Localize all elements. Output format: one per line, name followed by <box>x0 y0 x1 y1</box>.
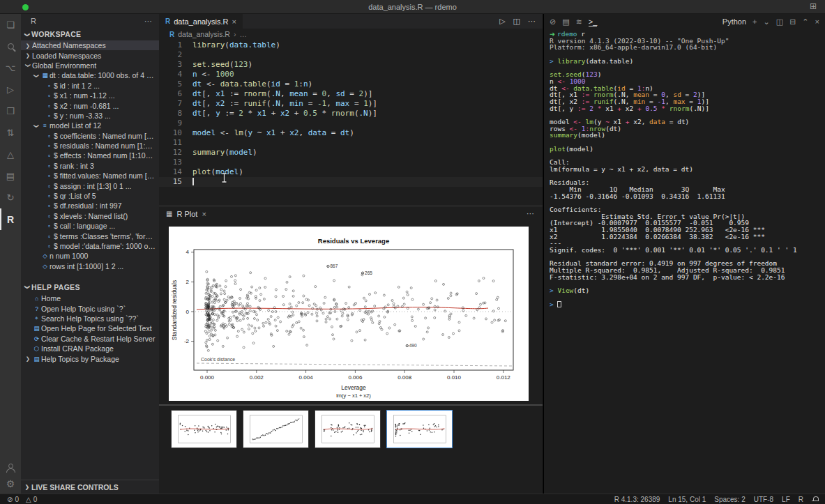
tree-item[interactable]: ▤Open Help Page for Selected Text <box>21 323 159 333</box>
status-indentation[interactable]: Spaces: 2 <box>714 496 745 503</box>
code-line[interactable]: 3set.seed(123) <box>159 60 543 70</box>
code-editor[interactable]: 1library(data.table)23set.seed(123)4n <-… <box>159 40 543 187</box>
workspace-section-header[interactable]: ❯ WORKSPACE <box>21 28 159 40</box>
code-line[interactable]: 8dt[, y := 2 * x1 + x2 + 0.5 * rnorm(.N)… <box>159 109 543 119</box>
tree-item[interactable]: ▫$ id : int 1 2 ... <box>21 81 159 91</box>
tree-item[interactable]: ❯Attached Namespaces <box>21 40 159 50</box>
tree-item[interactable]: ⌂Home <box>21 293 159 303</box>
breadcrumb[interactable]: R data_analysis.R › … <box>159 29 543 40</box>
tree-item[interactable]: ▫$ y : num -3.33 ... <box>21 111 159 121</box>
tree-item[interactable]: ◇n num 1000 <box>21 251 159 261</box>
tree-item[interactable]: ▫$ x1 : num -1.12 ... <box>21 91 159 100</box>
close-panel-icon[interactable]: × <box>815 17 819 26</box>
status-eol[interactable]: LF <box>782 496 790 503</box>
code-line[interactable]: 11 <box>159 138 543 148</box>
close-plot-panel-icon[interactable]: × <box>202 210 206 218</box>
live-share-icon[interactable]: ↻ <box>0 187 21 208</box>
status-warnings[interactable]: △0 <box>26 496 37 503</box>
tree-item[interactable]: ▫$ coefficients : Named num [1:3] -0... <box>21 131 159 141</box>
more-actions-icon[interactable]: ⋯ <box>528 17 536 26</box>
testing-icon[interactable]: △ <box>0 144 21 165</box>
plot-thumbnail-normal-qq[interactable] <box>243 410 309 448</box>
settings-gear-icon[interactable]: ⚙ <box>6 478 15 489</box>
split-editor-icon[interactable]: ◫ <box>513 17 520 26</box>
terminal-output[interactable]: ➜ rdemo rR version 4.1.3 (2022-03-10) --… <box>544 29 825 307</box>
tree-item[interactable]: ▫$ fitted.values: Named num [1:1000... <box>21 171 159 181</box>
extensions-icon[interactable]: ❒ <box>0 100 21 122</box>
code-line[interactable]: 2 <box>159 50 543 60</box>
tree-item[interactable]: ▫$ assign : int [1:3] 0 1 ... <box>21 181 159 190</box>
customize-layout-icon[interactable]: ⊞ <box>810 1 817 11</box>
breadcrumb-file[interactable]: data_analysis.R <box>178 30 230 38</box>
tree-item[interactable]: ❯≡model List of 12 <box>21 121 159 130</box>
tree-item[interactable]: ▫$ terms :Classes 'terms', 'formula' l..… <box>21 231 159 240</box>
kill-terminal-icon[interactable]: ⊟ <box>789 17 796 26</box>
tree-item[interactable]: ▫$ qr :List of 5 <box>21 191 159 201</box>
problems-icon[interactable]: ⊘ <box>550 17 556 26</box>
code-line[interactable]: 15 <box>159 177 543 187</box>
plot-thumbnail-residuals-vs-leverage[interactable] <box>386 410 453 448</box>
source-control-icon[interactable]: ⌥ <box>0 57 21 79</box>
tree-item[interactable]: ❯▦dt : data.table: 1000 obs. of 4 variab… <box>21 70 159 80</box>
terminal-profile-label[interactable]: Python <box>722 17 746 26</box>
tree-item[interactable]: ❯Global Environment <box>21 61 159 70</box>
panel-more-actions-icon[interactable]: ⋯ <box>527 209 543 218</box>
tree-item[interactable]: ⬡Install CRAN Package <box>21 344 159 353</box>
tree-item[interactable]: ?Open Help Topic using `?` <box>21 303 159 313</box>
tree-item[interactable]: ◇rows int [1:1000] 1 2 ... <box>21 261 159 271</box>
tree-item[interactable]: ▫$ xlevels : Named list() <box>21 211 159 221</box>
status-errors[interactable]: ⊘0 <box>7 496 19 503</box>
status-language-mode[interactable]: R <box>798 496 803 503</box>
notifications-bell-icon[interactable] <box>812 496 818 503</box>
accounts-icon[interactable] <box>6 464 15 473</box>
code-line[interactable]: 6dt[, x1 := rnorm(.N, mean = 0, sd = 2)] <box>159 89 543 99</box>
code-line[interactable]: 9 <box>159 119 543 128</box>
code-line[interactable]: 4n <- 1000 <box>159 70 543 79</box>
panel-resize-sash[interactable] <box>159 404 543 406</box>
r-plot-tab[interactable]: R Plot <box>176 210 197 218</box>
window-control-green[interactable] <box>22 4 29 10</box>
tree-item[interactable]: ▫$ x2 : num -0.681 ... <box>21 100 159 110</box>
tree-item[interactable]: ❯Loaded Namespaces <box>21 50 159 60</box>
output-icon[interactable]: ▤ <box>562 17 569 26</box>
tree-item[interactable]: ⟳Clear Cache & Restart Help Server <box>21 334 159 344</box>
code-line[interactable]: 10model <- lm(y ~ x1 + x2, data = dt) <box>159 128 543 138</box>
debug-console-icon[interactable]: ≋ <box>576 17 582 26</box>
help-section-header[interactable]: ❯ HELP PAGES <box>21 281 159 293</box>
breadcrumb-symbol-ellipsis[interactable]: … <box>239 30 247 38</box>
code-line[interactable]: 5dt <- data.table(id = 1:n) <box>159 79 543 89</box>
split-terminal-icon[interactable]: ◫ <box>776 17 783 26</box>
run-debug-icon[interactable]: ▷ <box>0 79 21 100</box>
terminal-icon[interactable]: >_ <box>589 17 598 26</box>
plot-thumbnail-scale-location[interactable] <box>315 410 381 448</box>
new-terminal-icon[interactable]: + <box>752 17 757 26</box>
run-source-icon[interactable]: ▷ <box>499 17 505 26</box>
tree-item[interactable]: ▫$ model :'data.frame': 1000 obs. of... <box>21 241 159 251</box>
code-line[interactable]: 12summary(model) <box>159 148 543 158</box>
tab-data-analysis[interactable]: R data_analysis.R × <box>159 14 243 29</box>
tree-item[interactable]: ▫$ call : language ... <box>21 221 159 231</box>
status-encoding[interactable]: UTF-8 <box>754 496 773 503</box>
tree-item[interactable]: ▫$ df.residual : int 997 <box>21 201 159 211</box>
plot-thumbnail-residuals-vs-fitted[interactable] <box>171 410 237 448</box>
code-line[interactable]: 14plot(model) <box>159 167 543 177</box>
tree-item[interactable]: ▫$ residuals : Named num [1:1000] -1... <box>21 141 159 151</box>
tree-item[interactable]: ▫$ effects : Named num [1:1000] -1... <box>21 151 159 160</box>
search-icon[interactable] <box>0 36 21 57</box>
status-r-session[interactable]: R 4.1.3: 26389 <box>614 496 660 503</box>
live-share-section-header[interactable]: ❯ LIVE SHARE CONTROLS <box>21 480 159 494</box>
explorer-icon[interactable]: ❏ <box>0 14 21 36</box>
close-tab-icon[interactable]: × <box>232 17 236 26</box>
code-line[interactable]: 1library(data.table) <box>159 40 543 50</box>
r-icon[interactable]: R <box>0 208 21 230</box>
notebooks-icon[interactable]: ▤ <box>0 165 21 187</box>
sidebar-more-actions-icon[interactable]: ⋯ <box>144 17 152 26</box>
tree-item[interactable]: ▫$ rank : int 3 <box>21 161 159 171</box>
maximize-panel-icon[interactable]: ⌃ <box>802 17 808 26</box>
terminal-profile-chevron-icon[interactable]: ⌄ <box>764 17 770 26</box>
code-line[interactable]: 13 <box>159 158 543 167</box>
status-cursor-position[interactable]: Ln 15, Col 1 <box>668 496 706 503</box>
code-line[interactable]: 7dt[, x2 := runif(.N, min = -1, max = 1)… <box>159 99 543 109</box>
remote-explorer-icon[interactable]: ⇅ <box>0 122 21 144</box>
tree-item[interactable]: ❯▤Help Topics by Package <box>21 353 159 363</box>
